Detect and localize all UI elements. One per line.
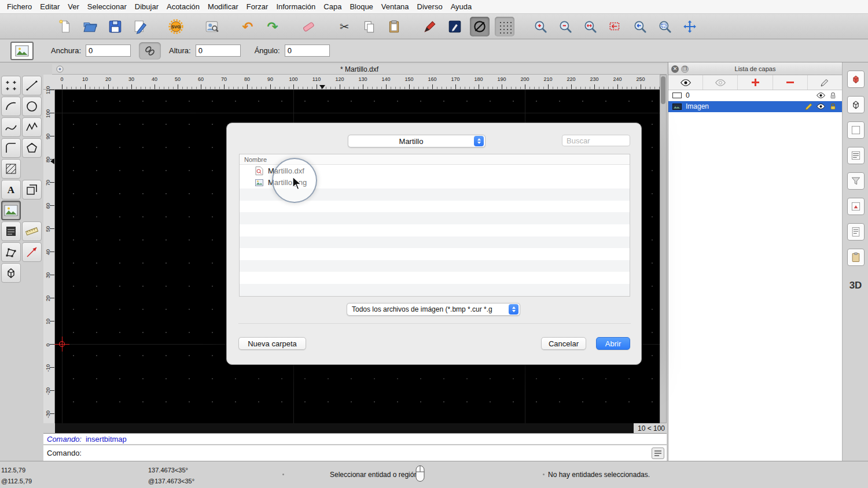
- menu-capa[interactable]: Capa: [323, 2, 341, 11]
- layer-row-0[interactable]: 0: [668, 90, 842, 101]
- circle-tool-icon[interactable]: [22, 97, 42, 116]
- grid-toggle-icon[interactable]: [495, 17, 514, 36]
- layer-edit-icon[interactable]: [803, 103, 815, 110]
- text-tool-icon[interactable]: A: [1, 180, 21, 199]
- notes-panel-icon[interactable]: [847, 223, 865, 241]
- print-preview-icon[interactable]: [202, 17, 222, 36]
- box3d-tool-icon[interactable]: [1, 263, 21, 283]
- cancel-button[interactable]: Cancelar: [541, 337, 586, 350]
- vertical-scrollbar[interactable]: [660, 75, 667, 423]
- point-tool-icon[interactable]: [1, 76, 21, 95]
- width-input[interactable]: [86, 45, 131, 57]
- absolute-coordinate: 112.5,79: [1, 465, 32, 476]
- add-layer-icon[interactable]: [738, 75, 773, 90]
- edit-drawing-icon[interactable]: [130, 17, 150, 36]
- horizontal-scroll-area[interactable]: [55, 423, 634, 433]
- view-3d-icon[interactable]: [847, 96, 865, 113]
- cut-icon[interactable]: ✂: [334, 17, 354, 36]
- layer-lock-icon[interactable]: [827, 103, 839, 110]
- menu-fichero[interactable]: Fichero: [7, 2, 32, 11]
- detach-panel-icon[interactable]: ❐: [681, 65, 689, 73]
- new-folder-button[interactable]: Nueva carpeta: [238, 337, 306, 350]
- zoom-auto-icon[interactable]: [580, 17, 600, 36]
- menu-bloque[interactable]: Bloque: [350, 2, 373, 11]
- document-titlebar[interactable]: * Martillo.dxf: [52, 64, 667, 75]
- show-all-layers-icon[interactable]: [668, 75, 703, 90]
- rect-tool-icon[interactable]: [22, 180, 42, 199]
- zoom-out-icon[interactable]: [556, 17, 575, 36]
- svg-export-icon[interactable]: SVG: [166, 17, 186, 36]
- link-dimensions-icon[interactable]: [139, 42, 161, 60]
- h-ruler-cursor-marker: [319, 85, 325, 89]
- polyline-tool-icon[interactable]: [22, 117, 42, 137]
- panel-3d-label[interactable]: 3D: [849, 280, 862, 291]
- layer-visibility-icon[interactable]: [815, 103, 827, 109]
- copy-icon[interactable]: [359, 17, 379, 36]
- insert-image-tool-icon[interactable]: [10, 42, 34, 60]
- spline-tool-icon[interactable]: [1, 117, 21, 137]
- zoom-pan-icon[interactable]: [680, 17, 700, 36]
- filter-panel-icon[interactable]: [847, 172, 865, 190]
- menu-seleccionar[interactable]: Seleccionar: [87, 2, 127, 11]
- filter-dropdown[interactable]: Todos los archivos de imágen (*.bmp *.cu…: [347, 303, 520, 316]
- layer-visibility-icon[interactable]: [815, 93, 827, 98]
- curve-tool-icon[interactable]: [1, 138, 21, 158]
- arc-tool-icon[interactable]: [1, 97, 21, 116]
- properties-panel-icon[interactable]: [847, 121, 865, 139]
- menu-información[interactable]: Información: [276, 2, 315, 11]
- menu-ventana[interactable]: Ventana: [381, 2, 409, 11]
- command-input[interactable]: [85, 448, 667, 458]
- menu-ayuda[interactable]: Ayuda: [451, 2, 472, 11]
- menu-editar[interactable]: Editar: [40, 2, 60, 11]
- clipboard-panel-icon[interactable]: [847, 249, 865, 266]
- layer-lock-icon[interactable]: [827, 92, 839, 99]
- deselect-all-icon[interactable]: [470, 17, 490, 36]
- menu-dibujar[interactable]: Dibujar: [135, 2, 159, 11]
- hide-all-layers-icon[interactable]: [703, 75, 738, 90]
- menu-acotación[interactable]: Acotación: [167, 2, 200, 11]
- save-file-icon[interactable]: [105, 17, 125, 36]
- h-ruler-tick-label: 50: [170, 76, 186, 82]
- command-options-icon[interactable]: [652, 448, 664, 459]
- zoom-in-icon[interactable]: [531, 17, 550, 36]
- measure-tool-icon[interactable]: [22, 242, 42, 262]
- line-tool-icon[interactable]: [22, 76, 42, 95]
- pen-edit-icon[interactable]: [420, 17, 440, 36]
- location-dropdown[interactable]: Martillo: [348, 135, 486, 147]
- paste-icon[interactable]: [384, 17, 404, 36]
- width-label: Anchura:: [51, 46, 81, 55]
- search-input[interactable]: [562, 135, 630, 146]
- open-file-icon[interactable]: [80, 17, 100, 36]
- zoom-previous-icon[interactable]: [605, 17, 625, 36]
- fill-tool-icon[interactable]: [1, 221, 21, 241]
- block-library-icon[interactable]: [847, 71, 865, 88]
- menu-diverso[interactable]: Diverso: [417, 2, 443, 11]
- menu-forzar[interactable]: Forzar: [247, 2, 269, 11]
- attributes-icon[interactable]: [445, 17, 465, 36]
- redo-icon[interactable]: ↷: [263, 17, 282, 36]
- zoom-window-icon[interactable]: [655, 17, 675, 36]
- command-line[interactable]: Comando:: [43, 445, 667, 461]
- new-file-icon[interactable]: [56, 17, 75, 36]
- close-panel-icon[interactable]: ✕: [671, 65, 679, 73]
- angle-input[interactable]: [285, 45, 330, 57]
- layer-list-panel-icon[interactable]: [847, 147, 865, 164]
- menu-modificar[interactable]: Modificar: [208, 2, 238, 11]
- open-button[interactable]: Abrir: [596, 337, 630, 350]
- remove-layer-icon[interactable]: [773, 75, 808, 90]
- ruler-tool-icon[interactable]: [22, 221, 42, 241]
- shape-tool-icon[interactable]: [1, 242, 21, 262]
- h-ruler-tick-label: 190: [494, 76, 510, 82]
- polygon-tool-icon[interactable]: [22, 138, 42, 158]
- undo-icon[interactable]: ↶: [238, 17, 258, 36]
- eraser-icon[interactable]: [299, 17, 318, 36]
- report-panel-icon[interactable]: [847, 198, 865, 215]
- image-tool-icon[interactable]: [1, 201, 21, 220]
- height-input[interactable]: [196, 45, 241, 57]
- edit-layer-attributes-icon[interactable]: [808, 75, 842, 90]
- menu-ver[interactable]: Ver: [68, 2, 79, 11]
- scrollbar-thumb[interactable]: [661, 76, 665, 104]
- layer-row-imagen[interactable]: Imagen: [668, 101, 842, 112]
- hatch-tool-icon[interactable]: [1, 159, 21, 179]
- zoom-redraw-icon[interactable]: [630, 17, 650, 36]
